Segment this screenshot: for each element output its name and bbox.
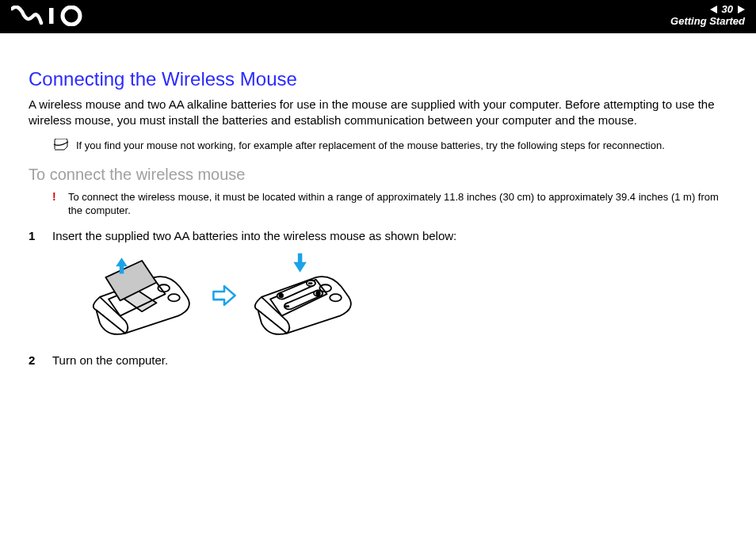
step-text: Insert the supplied two AA batteries int… [52,229,456,242]
section-name: Getting Started [670,15,745,28]
page-content: Connecting the Wireless Mouse A wireless… [0,33,756,391]
step-text: Turn on the computer. [52,353,168,367]
svg-point-3 [168,294,180,301]
svg-point-5 [330,294,342,301]
page-navigation: 30 Getting Started [670,3,745,28]
note-icon [52,139,70,154]
svg-text:−: − [309,280,312,287]
page-title: Connecting the Wireless Mouse [29,68,727,90]
mouse-batteries-icon: − − [246,252,365,339]
steps-list: Insert the supplied two AA batteries int… [29,229,727,367]
arrow-right-icon [211,282,238,309]
prev-page-icon[interactable] [710,6,717,13]
step-item: Turn on the computer. [29,353,727,367]
step-item: Insert the supplied two AA batteries int… [29,229,727,339]
warning-block: ! To connect the wireless mouse, it must… [52,190,727,218]
svg-point-1 [63,7,80,25]
vaio-logo [11,6,87,29]
next-page-icon[interactable] [738,6,745,13]
illustration-row: − − [84,252,727,339]
mouse-cover-open-icon [84,252,203,339]
page-number: 30 [722,3,733,15]
svg-point-12 [316,292,320,296]
header-bar: 30 Getting Started [0,0,756,33]
svg-text:−: − [285,302,288,309]
svg-point-8 [279,293,283,297]
subheading: To connect the wireless mouse [29,166,727,184]
warning-icon: ! [52,190,62,218]
warning-text: To connect the wireless mouse, it must b… [68,190,727,218]
intro-paragraph: A wireless mouse and two AA alkaline bat… [29,97,727,129]
note-block: If you find your mouse not working, for … [52,139,727,154]
note-text: If you find your mouse not working, for … [76,139,665,154]
svg-rect-0 [49,8,54,24]
